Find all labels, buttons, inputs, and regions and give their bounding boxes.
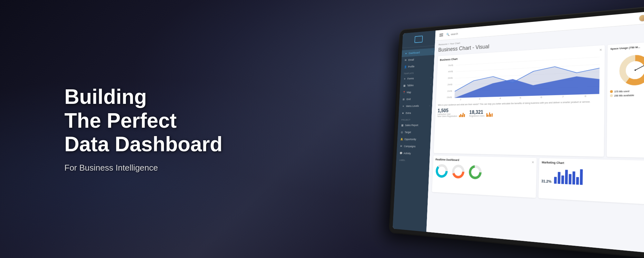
map-icon: 📍 <box>403 91 405 94</box>
sidebar-label-target: Target <box>405 131 411 134</box>
sidebar-item-opportunity[interactable]: 🔔 Opportunity <box>397 136 431 143</box>
sidebar-label-email: Email <box>408 58 414 62</box>
sidebar-section-label: Label <box>396 157 430 163</box>
hamburger-button[interactable] <box>440 34 443 36</box>
metric-bars-2 <box>486 112 492 117</box>
sidebar-item-map[interactable]: 📍 Map <box>400 88 433 96</box>
marketing-content: 31.2% <box>541 166 644 188</box>
mbar-8 <box>580 169 583 185</box>
realtime-donut-1 <box>435 163 449 179</box>
realtime-close[interactable]: ✕ <box>532 160 534 164</box>
realtime-donut-2 <box>451 164 466 180</box>
marketing-title: Marketing Chart <box>542 161 564 165</box>
sidebar-label-activity: Activity <box>403 152 411 155</box>
svg-text:6: 6 <box>540 96 542 99</box>
sidebar-logo <box>402 31 436 48</box>
sidebar-item-extra[interactable]: ★ Extra <box>399 109 432 116</box>
marketing-card: Marketing Chart ✕ 31.2% <box>538 158 644 205</box>
main-content: 🔍 Jennifer ▾ Resource > Your Chart Busin… <box>426 10 644 255</box>
email-icon: ✉ <box>404 59 407 62</box>
mbar-6 <box>573 171 575 184</box>
page-container: BuildingThe PerfectData Dashboard For Bu… <box>0 0 644 258</box>
sidebar-label-extra: Extra <box>406 112 411 114</box>
sidebar-item-target[interactable]: ◎ Target <box>398 129 431 136</box>
device-screen: ● Dashboard › ✉ Email 👤 Profile Templ <box>393 10 644 255</box>
mbar-5 <box>569 174 572 184</box>
sidebar-item-activity[interactable]: 💬 Activity <box>396 150 430 157</box>
sidebar-label-opportunity: Opportunity <box>404 138 416 141</box>
page-content-area: Resource > Your Chart Business Chart - V… <box>426 22 644 255</box>
space-stat-used: 375 Mb used <box>610 89 644 93</box>
tables-icon: ▦ <box>403 84 406 87</box>
business-chart-svg: 5M$ 4M$ 3M$ 2M$ 1M$ 0M$ <box>438 54 602 101</box>
svg-text:5: 5 <box>519 96 521 99</box>
sidebar-arrow-dashboard: › <box>432 51 432 53</box>
bottom-row: Realtime Dashboard ✕ <box>432 155 644 205</box>
available-label: 250 Mb available <box>614 94 634 97</box>
mbar-2 <box>558 172 561 184</box>
mbar-7 <box>576 177 579 185</box>
search-input[interactable] <box>451 30 481 35</box>
hero-section: BuildingThe PerfectData Dashboard For Bu… <box>64 85 223 173</box>
used-dot <box>610 90 613 93</box>
grid-icon: ⊞ <box>402 98 405 101</box>
chart-title-suffix: - Visual <box>471 44 489 51</box>
avatar <box>639 14 644 22</box>
sidebar-label-map: Map <box>407 91 411 94</box>
svg-text:0M$: 0M$ <box>447 96 452 99</box>
opportunity-icon: 🔔 <box>400 138 403 141</box>
chart-title-main: Business Chart <box>438 45 471 53</box>
hero-subtitle: For Business Intelligence <box>64 163 223 173</box>
mbar-3 <box>561 175 564 184</box>
profile-icon: 👤 <box>404 65 407 68</box>
realtime-content <box>435 163 534 183</box>
interactive-users-value: 1,505 <box>438 108 458 113</box>
close-button[interactable]: ✕ <box>599 48 602 52</box>
menu-levels-icon: ≡ <box>402 105 404 108</box>
space-usage-card: Space Usage (750 M... ✕ <box>607 41 644 158</box>
metric-bars-1 <box>459 112 465 117</box>
svg-line-7 <box>456 64 600 72</box>
sales-report-icon: ▦ <box>401 124 403 127</box>
extra-icon: ★ <box>402 112 404 114</box>
sidebar-section-project: Project <box>398 116 432 122</box>
sidebar-label-dashboard: Dashboard <box>409 51 420 55</box>
svg-text:4M$: 4M$ <box>448 70 453 73</box>
used-label: 375 Mb used <box>614 90 630 93</box>
sidebar-label-menu-levels: Menu Levels <box>406 104 419 108</box>
space-donut-chart <box>617 52 644 88</box>
target-icon: ◎ <box>401 131 403 134</box>
space-usage-header: Space Usage (750 M... ✕ <box>610 44 644 53</box>
space-stat-available: 250 Mb available <box>610 93 644 97</box>
sidebar-item-grid[interactable]: ⊞ Grid <box>399 95 432 103</box>
sidebar-label-grid: Grid <box>406 98 411 101</box>
space-stats: 375 Mb used 250 Mb available <box>610 89 644 97</box>
logo-icon <box>414 35 423 43</box>
space-usage-title: Space Usage (750 M... <box>610 45 640 50</box>
marketing-percent: 31.2% <box>541 179 552 184</box>
mbar-1 <box>554 177 557 184</box>
sidebar-item-menu-levels[interactable]: ≡ Menu Levels › <box>399 102 432 110</box>
dashboard-icon: ● <box>405 52 407 55</box>
svg-text:8: 8 <box>584 95 586 98</box>
metrics-row: 1,505 Interactive User New Users Registr… <box>437 105 601 118</box>
svg-text:4: 4 <box>499 97 501 100</box>
interactive-users-label: Interactive User New Users Registration <box>437 113 457 117</box>
metric-interactive-users: 1,505 Interactive User New Users Registr… <box>437 108 465 118</box>
svg-text:3M$: 3M$ <box>448 77 453 80</box>
business-chart-title: Business Chart <box>440 57 458 61</box>
sidebar-item-campaigns[interactable]: ✉ Campaigns <box>397 143 430 150</box>
device-frame: ● Dashboard › ✉ Email 👤 Profile Templ <box>389 5 644 258</box>
realtime-header: Realtime Dashboard ✕ <box>435 158 534 164</box>
svg-text:2M$: 2M$ <box>447 83 452 86</box>
marketing-bars <box>554 167 583 185</box>
realtime-title: Realtime Dashboard <box>435 158 459 162</box>
svg-text:1M$: 1M$ <box>447 90 452 92</box>
sidebar-label-sales-report: Sales Report <box>405 124 418 127</box>
metric-registered-users: 18,321 Registered Users <box>469 107 493 118</box>
registered-users-label: Registered Users <box>469 114 485 117</box>
user-area: Jennifer ▾ <box>639 13 644 22</box>
activity-icon: 💬 <box>400 152 402 154</box>
sidebar-label-tables: Tables <box>407 84 414 87</box>
sidebar-item-sales-report[interactable]: ▦ Sales Report <box>398 122 431 129</box>
